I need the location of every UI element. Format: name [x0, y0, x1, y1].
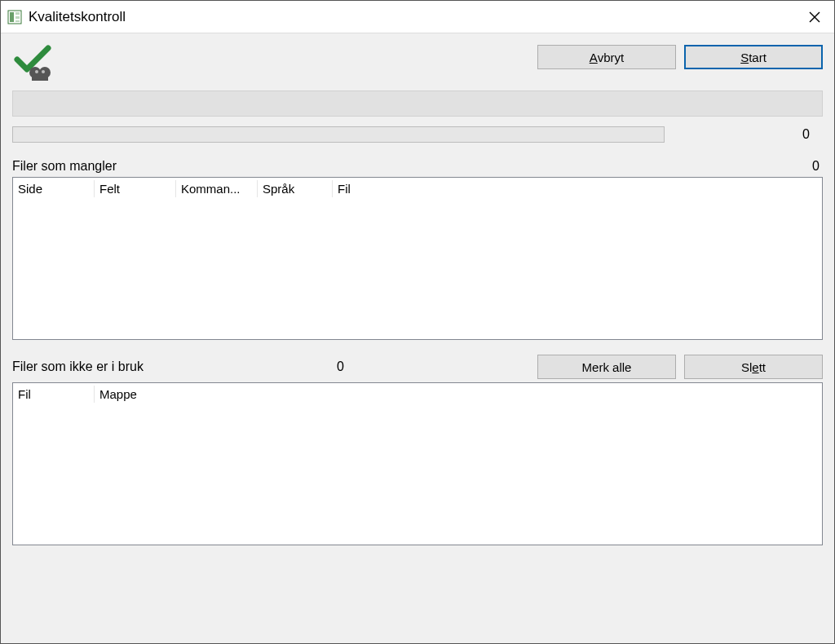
- svg-point-10: [35, 70, 38, 73]
- col-side[interactable]: Side: [13, 180, 95, 197]
- svg-point-11: [42, 70, 45, 73]
- col-felt[interactable]: Felt: [95, 180, 176, 197]
- status-strip: [12, 90, 823, 117]
- unused-files-label: Filer som ikke er i bruk: [12, 359, 144, 374]
- close-button[interactable]: [795, 1, 834, 33]
- progress-bar: [12, 126, 665, 143]
- unused-files-header: Filer som ikke er i bruk 0 Merk alle Sle…: [12, 355, 823, 379]
- cancel-button[interactable]: Avbryt: [537, 45, 676, 69]
- col-fil[interactable]: Fil: [333, 180, 822, 197]
- unused-files-columns: Fil Mappe: [13, 383, 822, 404]
- unused-files-count: 0: [152, 359, 529, 374]
- missing-files-label: Filer som mangler: [12, 159, 774, 174]
- start-button[interactable]: Start: [684, 45, 823, 69]
- svg-rect-2: [15, 12, 20, 15]
- col-mappe[interactable]: Mappe: [95, 386, 822, 403]
- start-accel: S: [740, 51, 749, 64]
- delete-accel: e: [752, 360, 758, 374]
- progress-value: 0: [674, 127, 813, 142]
- cancel-accel: A: [590, 51, 598, 64]
- window-title: Kvalitetskontroll: [29, 9, 795, 25]
- mark-all-label: Merk alle: [582, 360, 632, 374]
- svg-rect-1: [10, 12, 14, 22]
- dialog-window: Kvalitetskontroll Avbryt: [0, 0, 835, 644]
- header-row: Avbryt Start: [12, 45, 823, 82]
- unused-files-table[interactable]: Fil Mappe: [12, 382, 823, 545]
- app-icon: [7, 10, 22, 24]
- svg-rect-3: [15, 16, 20, 19]
- delete-rest: tt: [759, 360, 766, 374]
- delete-prefix: Sl: [741, 360, 752, 374]
- missing-files-header: Filer som mangler 0: [12, 159, 823, 174]
- mark-all-button[interactable]: Merk alle: [537, 355, 676, 379]
- col-komman[interactable]: Komman...: [176, 180, 258, 197]
- quality-check-icon: [12, 45, 61, 82]
- titlebar: Kvalitetskontroll: [1, 1, 834, 33]
- start-rest: tart: [749, 51, 767, 64]
- delete-button[interactable]: Slett: [684, 355, 823, 379]
- missing-files-columns: Side Felt Komman... Språk Fil: [13, 178, 822, 199]
- col-fil2[interactable]: Fil: [13, 386, 95, 403]
- svg-rect-4: [15, 20, 20, 22]
- close-icon: [809, 11, 820, 23]
- missing-files-count: 0: [774, 159, 823, 174]
- dialog-content: Avbryt Start 0 Filer som mangler 0 Side …: [1, 33, 834, 643]
- col-sprak[interactable]: Språk: [258, 180, 333, 197]
- missing-files-table[interactable]: Side Felt Komman... Språk Fil: [12, 177, 823, 340]
- progress-row: 0: [12, 126, 823, 143]
- svg-rect-9: [32, 73, 48, 81]
- cancel-rest: vbryt: [598, 51, 625, 64]
